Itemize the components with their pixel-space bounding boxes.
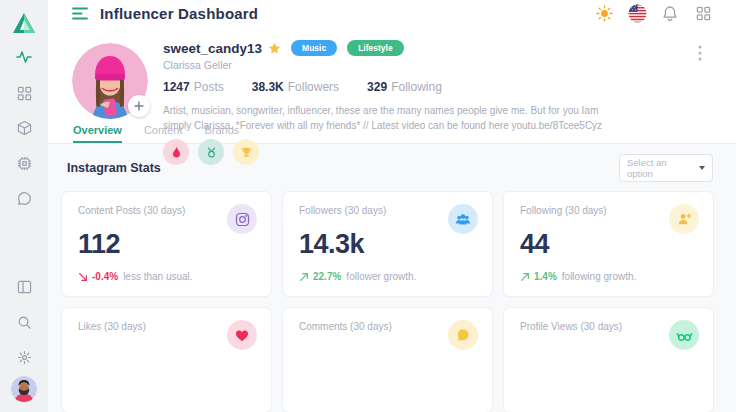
- profile-username: sweet_candy13: [163, 41, 262, 56]
- sidebar-item-cpu[interactable]: [0, 150, 48, 176]
- taurus-badge: [198, 139, 224, 165]
- sun-icon: [596, 5, 613, 22]
- tab-overview[interactable]: Overview: [73, 124, 122, 143]
- profile-section: sweet_candy13 Music Lifestyle Clarissa G…: [48, 26, 736, 124]
- dashboard-grid-icon: [17, 86, 32, 101]
- chat-bubble-icon: [17, 191, 32, 206]
- apps-menu-button[interactable]: [690, 0, 716, 26]
- delta-percent: -0.4%: [92, 271, 118, 282]
- profile-bio: Artist, musician, songwriter, influencer…: [163, 103, 623, 133]
- delta-note: follower growth.: [346, 271, 416, 282]
- instagram-stats-section: Instagram Stats Select an option Content…: [48, 144, 736, 412]
- sidebar-item-settings[interactable]: [0, 344, 48, 370]
- section-title: Instagram Stats: [67, 161, 161, 175]
- sidebar: [0, 0, 48, 412]
- tag-lifestyle[interactable]: Lifestyle: [347, 40, 404, 56]
- following-count: 329: [367, 80, 387, 94]
- instagram-camera-icon: [227, 204, 257, 234]
- comment-bubble-icon: [448, 320, 478, 350]
- sidebar-item-dashboard[interactable]: [0, 80, 48, 106]
- hamburger-menu-icon: [72, 7, 89, 20]
- cpu-chip-icon: [17, 156, 32, 171]
- search-icon: [17, 315, 32, 330]
- profile-options-button[interactable]: [692, 42, 708, 64]
- posts-label: Posts: [194, 80, 224, 94]
- stats-cards-row-2: Likes (30 days) Comments (30 days): [62, 308, 713, 412]
- followers-group-icon: [448, 204, 478, 234]
- sidebar-avatar-icon: [11, 376, 37, 402]
- settings-gear-icon: [17, 350, 32, 365]
- sidebar-item-package[interactable]: [0, 115, 48, 141]
- trophy-badge: [233, 139, 259, 165]
- profile-full-name: Clarissa Geller: [163, 59, 623, 71]
- profile-badges: [163, 139, 623, 165]
- language-selector[interactable]: [624, 0, 650, 26]
- us-flag-icon: [628, 4, 647, 23]
- stat-posts: 1247Posts: [163, 80, 224, 94]
- logo-icon: [12, 12, 36, 34]
- select-placeholder-line2: option: [627, 168, 699, 179]
- trophy-icon: [240, 146, 253, 159]
- tag-music[interactable]: Music: [291, 40, 337, 56]
- select-placeholder-line1: Select an: [627, 157, 699, 168]
- profile-avatar: [72, 43, 148, 119]
- bio-line-2: simply Clarissa. *Forever with all my fr…: [163, 118, 623, 133]
- sidebar-user-avatar[interactable]: [0, 374, 48, 404]
- taurus-icon: [205, 146, 218, 159]
- stats-period-select[interactable]: Select an option: [619, 154, 713, 182]
- card-likes: Likes (30 days): [62, 308, 271, 412]
- delta-note: following growth.: [562, 271, 636, 282]
- bio-line-1: Artist, musician, songwriter, influencer…: [163, 103, 623, 118]
- delta-percent: 1.4%: [534, 271, 557, 282]
- stat-following: 329Following: [367, 80, 442, 94]
- sidebar-item-chat[interactable]: [0, 185, 48, 211]
- star-icon: [268, 42, 281, 55]
- stats-cards-row-1: Content Posts (30 days) 112: [62, 192, 713, 296]
- kebab-menu-icon: [698, 45, 702, 61]
- card-followers: Followers (30 days) 14.3k: [283, 192, 492, 296]
- delta-note: less than usual.: [123, 271, 193, 282]
- trend-down-icon: [78, 272, 88, 282]
- page-title: Influencer Dashboard: [100, 5, 258, 22]
- theme-toggle-button[interactable]: [591, 0, 617, 26]
- flame-badge: [163, 139, 189, 165]
- card-value: 112: [78, 229, 255, 260]
- trend-up-icon: [299, 272, 309, 282]
- heart-icon: [227, 320, 257, 350]
- profile-stats: 1247Posts 38.3KFollowers 329Following: [163, 80, 623, 94]
- card-content-posts: Content Posts (30 days) 112: [62, 192, 271, 296]
- trend-up-icon: [520, 272, 530, 282]
- profile-info: sweet_candy13 Music Lifestyle Clarissa G…: [163, 40, 623, 165]
- glasses-icon: [669, 320, 699, 350]
- main-area: Influencer Dashboard: [48, 0, 736, 412]
- card-value: 14.3k: [299, 229, 476, 260]
- notifications-button[interactable]: [657, 0, 683, 26]
- top-header: Influencer Dashboard: [48, 0, 736, 26]
- posts-count: 1247: [163, 80, 190, 94]
- following-label: Following: [391, 80, 442, 94]
- followers-count: 38.3K: [252, 80, 284, 94]
- activity-icon: [16, 50, 32, 64]
- sidebar-item-search[interactable]: [0, 309, 48, 335]
- delta-percent: 22.7%: [313, 271, 341, 282]
- hamburger-menu-button[interactable]: [72, 7, 89, 20]
- sidebar-item-activity[interactable]: [0, 44, 48, 70]
- person-add-icon: [669, 204, 699, 234]
- card-value: 44: [520, 229, 697, 260]
- package-cube-icon: [17, 120, 32, 136]
- brand-triangle-logo[interactable]: [0, 8, 48, 38]
- stat-followers: 38.3KFollowers: [252, 80, 339, 94]
- card-profile-views: Profile Views (30 days): [504, 308, 713, 412]
- plus-icon: [134, 101, 144, 111]
- layout-panel-icon: [17, 280, 32, 294]
- influencer-dashboard-app: Influencer Dashboard: [0, 0, 736, 412]
- apps-grid-icon: [696, 6, 711, 21]
- flame-icon: [171, 146, 182, 159]
- sidebar-item-layout[interactable]: [0, 274, 48, 300]
- add-story-button[interactable]: [128, 95, 150, 117]
- chevron-down-icon: [699, 166, 705, 170]
- card-following: Following (30 days) 44: [504, 192, 713, 296]
- followers-label: Followers: [288, 80, 339, 94]
- card-comments: Comments (30 days): [283, 308, 492, 412]
- bell-icon: [662, 5, 678, 22]
